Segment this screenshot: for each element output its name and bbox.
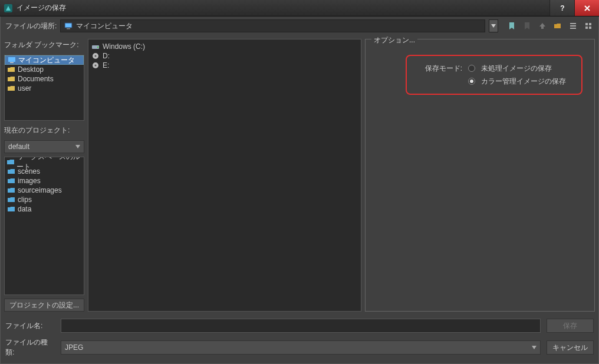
svg-point-16 xyxy=(95,55,97,57)
radio-unprocessed[interactable] xyxy=(468,65,475,72)
folder-icon xyxy=(7,85,15,92)
folder-open-icon[interactable] xyxy=(552,21,563,31)
workspace-root[interactable]: ワークスペースのルート xyxy=(5,157,84,167)
workspace-item-label: data xyxy=(18,205,31,213)
view-list-icon[interactable] xyxy=(568,21,578,31)
disc-icon xyxy=(91,61,100,70)
folder-icon xyxy=(7,187,15,194)
bookmark-label: user xyxy=(18,84,31,92)
bookmarks-panel: マイコンピュータ Desktop Documents user xyxy=(4,55,84,121)
svg-rect-6 xyxy=(570,28,576,29)
up-folder-icon[interactable] xyxy=(537,21,548,31)
close-button[interactable] xyxy=(574,0,599,16)
workspace-item-data[interactable]: data xyxy=(5,204,84,214)
workspace-item-clips[interactable]: clips xyxy=(5,195,84,204)
bookmark-item-mycomputer[interactable]: マイコンピュータ xyxy=(5,55,84,65)
bookmark-item-user[interactable]: user xyxy=(5,84,84,93)
bottom-area: ファイル名: 保存 ファイルの種類: JPEG キャンセル xyxy=(1,315,598,363)
project-select[interactable]: default xyxy=(4,140,84,153)
project-value: default xyxy=(8,143,29,151)
app-icon xyxy=(4,4,13,13)
drive-item-e[interactable]: E: xyxy=(91,61,358,70)
main-area: フォルダ ブックマーク: マイコンピュータ Desktop Documents … xyxy=(1,35,598,315)
location-label: ファイルの場所: xyxy=(5,21,57,31)
save-mode-row-unprocessed: 保存モード: 未処理イメージの保存 xyxy=(415,62,573,75)
location-toolbar xyxy=(502,21,594,31)
sidebar: フォルダ ブックマーク: マイコンピュータ Desktop Documents … xyxy=(4,39,84,312)
bookmark-item-desktop[interactable]: Desktop xyxy=(5,65,84,74)
svg-rect-12 xyxy=(10,62,14,64)
filetype-row: ファイルの種類: JPEG キャンセル xyxy=(5,337,594,358)
project-settings-button[interactable]: プロジェクトの設定... xyxy=(4,299,84,312)
options-fieldset: オプション... 保存モード: 未処理イメージの保存 カラー管理イメージの保存 xyxy=(365,39,595,312)
svg-rect-4 xyxy=(570,23,576,24)
filename-input[interactable] xyxy=(61,319,541,333)
save-button[interactable]: 保存 xyxy=(547,319,594,333)
bookmark-label: Documents xyxy=(18,75,54,83)
filetype-label: ファイルの種類: xyxy=(5,337,55,358)
computer-icon xyxy=(64,22,73,29)
svg-rect-14 xyxy=(97,47,98,48)
bookmark-label: マイコンピュータ xyxy=(18,55,75,65)
bookmark-item-documents[interactable]: Documents xyxy=(5,74,84,84)
drive-label: Windows (C:) xyxy=(103,42,145,51)
help-button[interactable]: ? xyxy=(549,0,574,16)
location-field[interactable]: マイコンピュータ xyxy=(60,19,485,32)
svg-rect-5 xyxy=(570,25,576,27)
filename-label: ファイル名: xyxy=(5,321,55,331)
radio-color-managed-label: カラー管理イメージの保存 xyxy=(481,77,566,87)
titlebar: イメージの保存 ? xyxy=(0,0,599,16)
location-value: マイコンピュータ xyxy=(76,21,133,31)
workspace-item-label: sourceimages xyxy=(18,186,62,194)
bookmark-remove-icon[interactable] xyxy=(522,21,532,31)
drive-label: D: xyxy=(103,52,110,60)
bookmarks-label: フォルダ ブックマーク: xyxy=(4,39,84,51)
folder-icon xyxy=(7,158,14,166)
bookmark-label: Desktop xyxy=(18,65,44,74)
svg-point-18 xyxy=(95,65,97,67)
disc-icon xyxy=(91,52,100,60)
location-dropdown[interactable] xyxy=(489,19,498,32)
workspace-item-sourceimages[interactable]: sourceimages xyxy=(5,186,84,195)
view-detail-icon[interactable] xyxy=(583,21,594,31)
drive-item-d[interactable]: D: xyxy=(91,51,358,61)
workspace-item-label: scenes xyxy=(18,167,40,176)
chevron-down-icon xyxy=(75,145,80,148)
svg-rect-2 xyxy=(65,23,72,28)
computer-icon xyxy=(8,57,16,64)
radio-color-managed[interactable] xyxy=(468,78,475,85)
folder-icon xyxy=(7,66,15,73)
svg-rect-3 xyxy=(67,28,70,29)
svg-rect-10 xyxy=(589,27,591,29)
drive-icon xyxy=(91,42,100,51)
drive-label: E: xyxy=(103,61,109,70)
folder-icon xyxy=(7,75,15,82)
dialog-body: ファイルの場所: マイコンピュータ フォルダ ブックマーク: xyxy=(0,16,599,364)
filetype-select[interactable]: JPEG xyxy=(61,340,541,355)
workspace-panel: ワークスペースのルート scenes images sourceimages c… xyxy=(4,157,84,295)
filename-row: ファイル名: 保存 xyxy=(5,319,594,333)
svg-rect-9 xyxy=(585,27,588,29)
cancel-button[interactable]: キャンセル xyxy=(547,340,594,355)
radio-unprocessed-label: 未処理イメージの保存 xyxy=(481,64,552,74)
svg-rect-7 xyxy=(585,23,588,25)
drive-item-c[interactable]: Windows (C:) xyxy=(91,42,358,51)
save-mode-row-color-managed: カラー管理イメージの保存 xyxy=(415,75,573,88)
workspace-item-label: images xyxy=(18,177,41,185)
options-highlight-box: 保存モード: 未処理イメージの保存 カラー管理イメージの保存 xyxy=(406,55,582,95)
svg-rect-11 xyxy=(8,57,15,62)
workspace-item-images[interactable]: images xyxy=(5,176,84,186)
workspace-item-label: clips xyxy=(18,196,32,204)
location-row: ファイルの場所: マイコンピュータ xyxy=(1,16,598,35)
folder-icon xyxy=(7,168,15,175)
window-title: イメージの保存 xyxy=(17,3,549,13)
options-legend: オプション... xyxy=(371,35,417,45)
bookmark-add-icon[interactable] xyxy=(506,21,517,31)
project-label: 現在のプロジェクト: xyxy=(4,124,84,137)
file-browser[interactable]: Windows (C:) D: E: xyxy=(88,39,361,312)
folder-icon xyxy=(7,177,15,184)
options-wrap: オプション... 保存モード: 未処理イメージの保存 カラー管理イメージの保存 xyxy=(365,39,595,312)
save-mode-label: 保存モード: xyxy=(415,64,462,74)
filetype-value: JPEG xyxy=(65,343,83,352)
folder-icon xyxy=(7,196,15,203)
